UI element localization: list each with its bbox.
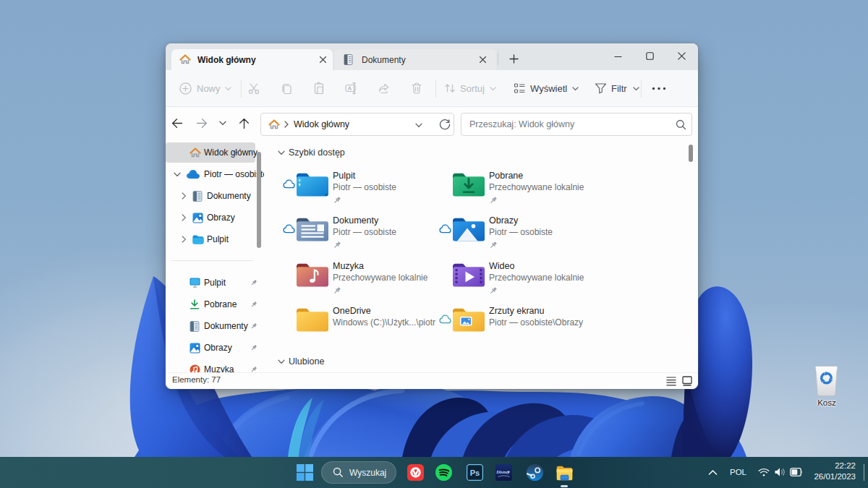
svg-text:Ps: Ps [470, 468, 480, 477]
